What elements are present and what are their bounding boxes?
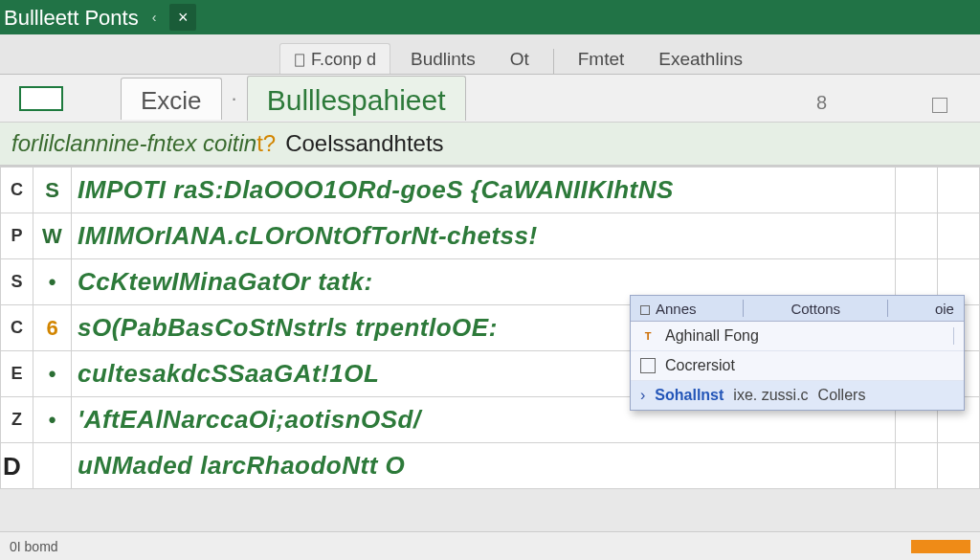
empty-cell[interactable] [896, 443, 938, 489]
context-menu-item-3-a: Sohallnst [655, 387, 724, 404]
formula-text-right: Coelssandhtets [285, 130, 443, 157]
ribbon-subtabs: Excie · Bulllespahieet 8 [0, 75, 980, 123]
ribbon-tab-4[interactable]: Fmtet [564, 42, 639, 74]
empty-cell[interactable] [938, 213, 980, 259]
ribbon-tab-2-label: Budlints [411, 49, 476, 69]
status-bar: 0I bomd [0, 531, 980, 560]
context-menu-header-mid: Cottons [791, 301, 840, 317]
subtab-excie-label: Excie [141, 86, 202, 115]
context-menu-item-3[interactable]: › Sohallnst ixe. zussi.c Collers [631, 381, 964, 410]
checkbox-icon[interactable] [640, 305, 650, 315]
formula-qmark: t? [256, 130, 276, 157]
content-cell[interactable]: IMPOTI raS:DlaOOO1ORd-goeS {CaWANIIKIhtN… [72, 168, 896, 213]
ribbon-tab-1[interactable]: F.conp d [279, 43, 390, 74]
close-icon[interactable]: × [169, 4, 196, 31]
divider [953, 327, 954, 345]
bullet-cell[interactable]: W [33, 213, 72, 259]
context-menu-header: Annes Cottons oie [631, 296, 964, 322]
empty-cell[interactable] [938, 168, 980, 213]
row-header[interactable]: E [1, 351, 33, 397]
window-titlebar: Bullleett Ponts ‹ × [0, 0, 980, 34]
ribbon-tab-1-label: F.conp d [311, 50, 376, 70]
context-menu-item-1[interactable]: T Aghinall Fong [631, 322, 964, 351]
bullet-cell[interactable]: • [33, 351, 72, 397]
name-box[interactable] [19, 86, 63, 111]
divider [887, 300, 888, 317]
formula-bar[interactable]: forlilclannine-fntex coitin t? Coelssand… [0, 123, 980, 167]
divider [553, 49, 554, 74]
chevron-left-icon[interactable]: ‹ [148, 10, 161, 25]
window-title: Bullleett Ponts [4, 4, 139, 31]
context-menu-header-right: oie [935, 301, 954, 317]
status-orange-indicator [911, 540, 970, 553]
row-header[interactable]: Z [1, 397, 33, 443]
text-icon: T [640, 328, 656, 344]
square-icon [640, 358, 656, 373]
table-row[interactable]: PWIMIMOrIANA.cLOrONtOfTorNt-chetss! [1, 213, 980, 259]
content-cell[interactable]: IMIMOrIANA.cLOrONtOfTorNt-chetss! [72, 213, 896, 259]
document-icon [294, 54, 307, 67]
context-menu: Annes Cottons oie T Aghinall Fong Cocrer… [630, 295, 965, 411]
subtab-excie[interactable]: Excie [121, 78, 222, 120]
bullet-cell[interactable]: • [33, 259, 72, 305]
dot-icon: · [228, 86, 241, 111]
column-header-b[interactable]: 8 [816, 92, 827, 114]
ribbon-tab-2[interactable]: Budlints [396, 42, 490, 74]
row-header-d[interactable]: D [3, 452, 21, 482]
svg-rect-0 [296, 54, 304, 65]
subtab-bullespaheet-label: Bulllespahieet [267, 84, 446, 116]
row-header[interactable]: C [1, 305, 33, 351]
bullet-cell[interactable]: 6 [33, 305, 72, 351]
ribbon-tab-5-label: Exeathlins [658, 49, 743, 69]
context-menu-item-3-b: ixe. zussi.c [733, 387, 808, 404]
divider [743, 300, 744, 317]
content-cell[interactable]: uNMaded larcRhaodoNtt O [72, 443, 896, 489]
subtab-bullespaheet[interactable]: Bulllespahieet [247, 76, 466, 121]
bullet-cell[interactable]: • [33, 397, 72, 443]
context-menu-header-left: Annes [656, 301, 697, 317]
ribbon-tab-3-label: Ot [510, 49, 529, 69]
row-header[interactable]: C [1, 168, 33, 213]
status-left-text: 0I bomd [10, 539, 58, 554]
context-menu-item-2[interactable]: Cocrersiot [631, 351, 964, 381]
table-row[interactable]: CSIMPOTI raS:DlaOOO1ORd-goeS {CaWANIIKIh… [1, 168, 980, 213]
context-menu-item-2-label: Cocrersiot [665, 357, 735, 374]
ribbon-tab-3[interactable]: Ot [496, 42, 544, 74]
empty-cell[interactable] [896, 168, 938, 213]
ribbon-tabs: F.conp d Budlints Ot Fmtet Exeathlins Ba… [0, 34, 980, 75]
bullet-cell[interactable] [33, 443, 72, 489]
context-menu-item-3-c: Collers [818, 387, 866, 404]
context-menu-item-1-label: Aghinall Fong [665, 327, 759, 345]
bullet-cell[interactable]: S [33, 168, 72, 213]
row-header[interactable]: S [1, 259, 33, 305]
table-row[interactable]: uNMaded larcRhaodoNtt O [1, 443, 980, 489]
formula-text-left: forlilclannine-fntex coitin [11, 130, 256, 157]
ribbon-tab-5[interactable]: Exeathlins [644, 42, 757, 74]
ribbon-tab-4-label: Fmtet [578, 49, 625, 69]
empty-cell[interactable] [938, 443, 980, 489]
submenu-arrow-icon: › [640, 387, 645, 404]
row-header[interactable]: P [1, 213, 33, 259]
empty-cell[interactable] [896, 213, 938, 259]
